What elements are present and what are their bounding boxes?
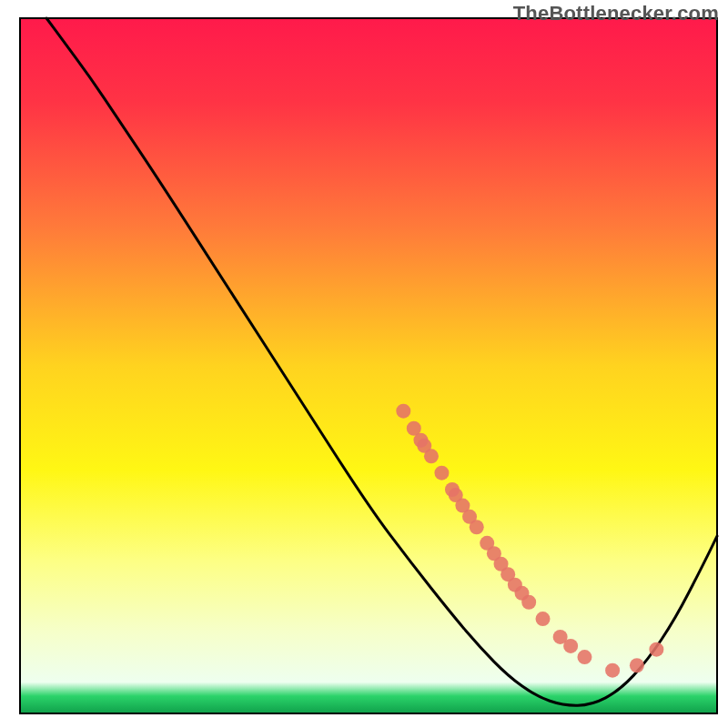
plot-background <box>20 18 717 713</box>
scatter-dot <box>470 520 484 534</box>
scatter-dot <box>577 650 592 664</box>
scatter-dot <box>521 595 536 610</box>
chart-container: TheBottlenecker.com <box>0 0 728 728</box>
bottleneck-chart <box>0 0 728 728</box>
scatter-dot <box>605 663 620 678</box>
scatter-dot <box>649 642 663 657</box>
scatter-dot <box>536 612 551 626</box>
scatter-dot <box>563 639 578 653</box>
watermark-label: TheBottlenecker.com <box>513 2 719 25</box>
scatter-dot <box>424 449 439 463</box>
scatter-dot <box>396 404 410 419</box>
scatter-dot <box>630 658 644 672</box>
scatter-dot <box>434 466 449 480</box>
